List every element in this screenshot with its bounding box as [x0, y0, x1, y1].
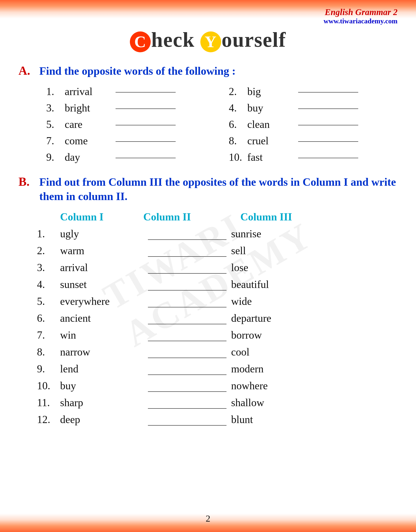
- col2-blank: [143, 397, 231, 409]
- page-title: Check Yourself: [19, 28, 397, 52]
- page-number: 2: [206, 513, 210, 524]
- col2-blank: [143, 244, 231, 257]
- col3-word: cool: [231, 346, 397, 358]
- section-a-letter: A.: [19, 64, 32, 77]
- word-text: fast: [247, 151, 293, 163]
- col1-word: win: [60, 329, 143, 341]
- col2-blank: [143, 346, 231, 358]
- word-num: 5.: [46, 118, 65, 130]
- table-row: 8. narrow cool: [37, 346, 397, 358]
- col1-word: sharp: [60, 397, 143, 409]
- col2-blank: [143, 363, 231, 375]
- main-content: Check Yourself A. Find the opposite word…: [19, 23, 397, 437]
- title-heck: heck: [151, 28, 195, 51]
- word-num: 4.: [229, 102, 247, 114]
- answer-blank: [148, 339, 227, 341]
- answer-blank: [148, 423, 227, 426]
- word-num: 7.: [46, 135, 65, 147]
- word-item: 2. big: [229, 85, 397, 98]
- table-row: 9. lend modern: [37, 363, 397, 375]
- col1-word: narrow: [60, 346, 143, 358]
- table-row: 4. sunset beautiful: [37, 278, 397, 290]
- col1-word: sunset: [60, 278, 143, 290]
- col3-word: shallow: [231, 397, 397, 409]
- row-num: 9.: [37, 363, 60, 375]
- column-rows: 1. ugly sunrise 2. warm sell 3. arrival …: [37, 228, 397, 426]
- row-num: 7.: [37, 329, 60, 341]
- title-ourself: ourself: [222, 28, 286, 51]
- word-text: buy: [247, 102, 293, 114]
- section-b-letter: B.: [19, 175, 32, 189]
- word-text: cruel: [247, 135, 293, 147]
- col1-word: warm: [60, 244, 143, 257]
- answer-blank: [115, 123, 176, 125]
- col3-header: Column III: [240, 211, 397, 223]
- col3-word: modern: [231, 363, 397, 375]
- col3-word: sunrise: [231, 228, 397, 240]
- answer-blank: [148, 373, 227, 375]
- table-row: 5. everywhere wide: [37, 295, 397, 307]
- word-text: arrival: [65, 85, 111, 98]
- col2-blank: [143, 312, 231, 324]
- title-c-letter: C: [130, 31, 151, 52]
- section-b-header: B. Find out from Column III the opposite…: [19, 175, 397, 204]
- word-num: 2.: [229, 85, 247, 98]
- word-num: 1.: [46, 85, 65, 98]
- word-num: 3.: [46, 102, 65, 114]
- row-num: 5.: [37, 295, 60, 307]
- answer-blank: [298, 139, 358, 142]
- col1-word: everywhere: [60, 295, 143, 307]
- word-num: 6.: [229, 118, 247, 130]
- col1-word: ancient: [60, 312, 143, 324]
- branding-title: English Grammar 2: [323, 7, 397, 17]
- branding: English Grammar 2 www.tiwariacademy.com: [323, 7, 397, 25]
- row-num: 11.: [37, 397, 60, 409]
- col2-blank: [143, 278, 231, 290]
- table-row: 7. win borrow: [37, 329, 397, 341]
- section-a-instruction: Find the opposite words of the following…: [39, 64, 236, 78]
- answer-blank: [115, 90, 176, 93]
- col3-word: borrow: [231, 329, 397, 341]
- answer-blank: [148, 305, 227, 307]
- col2-blank: [143, 380, 231, 392]
- word-item: 6. clean: [229, 118, 397, 130]
- answer-blank: [115, 156, 176, 158]
- col1-word: deep: [60, 413, 143, 426]
- word-text: care: [65, 118, 111, 130]
- row-num: 4.: [37, 278, 60, 290]
- answer-blank: [298, 156, 358, 158]
- col2-blank: [143, 329, 231, 341]
- title-y-letter: Y: [200, 31, 221, 52]
- word-num: 9.: [46, 151, 65, 163]
- answer-blank: [148, 288, 227, 290]
- word-text: day: [65, 151, 111, 163]
- row-num: 6.: [37, 312, 60, 324]
- word-num: 8.: [229, 135, 247, 147]
- row-num: 3.: [37, 261, 60, 274]
- col1-word: arrival: [60, 261, 143, 274]
- col2-blank: [143, 295, 231, 307]
- col3-word: lose: [231, 261, 397, 274]
- table-row: 12. deep blunt: [37, 413, 397, 426]
- answer-blank: [298, 107, 358, 109]
- table-row: 11. sharp shallow: [37, 397, 397, 409]
- section-b-instruction: Find out from Column III the opposites o…: [39, 175, 397, 204]
- table-row: 3. arrival lose: [37, 261, 397, 274]
- word-num: 10.: [229, 151, 247, 163]
- table-row: 1. ugly sunrise: [37, 228, 397, 240]
- answer-blank: [148, 238, 227, 240]
- section-b: B. Find out from Column III the opposite…: [19, 175, 397, 426]
- col1-word: ugly: [60, 228, 143, 240]
- word-item: 10. fast: [229, 151, 397, 163]
- table-row: 2. warm sell: [37, 244, 397, 257]
- table-row: 10. buy nowhere: [37, 380, 397, 392]
- row-num: 10.: [37, 380, 60, 392]
- col3-word: beautiful: [231, 278, 397, 290]
- col1-word: buy: [60, 380, 143, 392]
- section-a: A. Find the opposite words of the follow…: [19, 64, 397, 163]
- column-headers: Column I Column II Column III: [37, 211, 397, 223]
- col2-blank: [143, 228, 231, 240]
- section-a-header: A. Find the opposite words of the follow…: [19, 64, 397, 78]
- row-num: 2.: [37, 244, 60, 257]
- answer-blank: [148, 356, 227, 358]
